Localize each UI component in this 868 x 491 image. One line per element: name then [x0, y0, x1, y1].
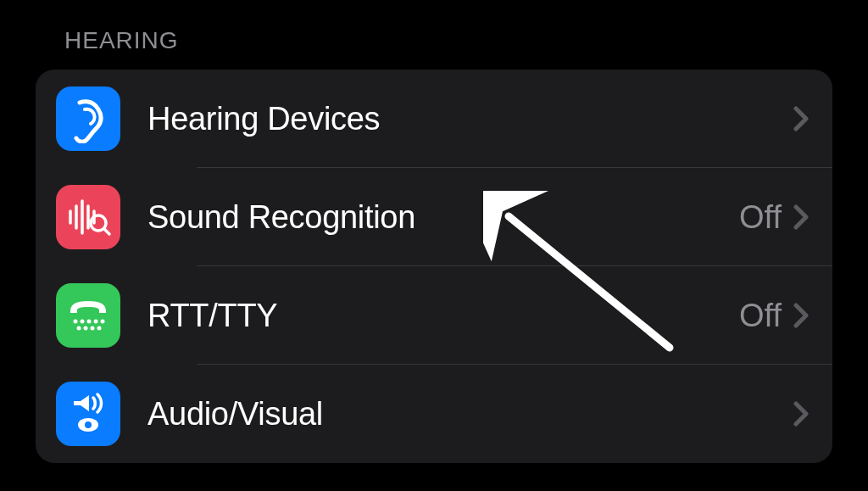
row-label: Audio/Visual [147, 396, 793, 432]
svg-point-7 [74, 320, 78, 324]
chevron-right-icon [793, 401, 809, 427]
row-value: Off [739, 298, 782, 334]
svg-point-9 [87, 320, 92, 324]
audio-visual-icon [56, 382, 120, 446]
row-hearing-devices[interactable]: Hearing Devices [36, 70, 832, 168]
svg-point-10 [94, 320, 98, 324]
row-label: Sound Recognition [147, 199, 739, 236]
svg-line-6 [104, 229, 109, 234]
svg-point-15 [97, 326, 102, 331]
settings-group-hearing: Hearing Devices Sound Recognition Off [36, 70, 832, 463]
svg-point-8 [81, 320, 85, 324]
ear-icon [56, 86, 120, 151]
sound-recognition-icon [56, 185, 120, 249]
row-label: Hearing Devices [147, 101, 793, 137]
row-value: Off [739, 199, 782, 236]
row-label: RTT/TTY [147, 298, 739, 334]
section-header-hearing: HEARING [0, 0, 868, 70]
row-rtt-tty[interactable]: RTT/TTY Off [36, 266, 832, 365]
chevron-right-icon [793, 204, 809, 230]
tty-icon [56, 283, 120, 348]
svg-point-13 [84, 326, 88, 331]
svg-point-12 [77, 326, 81, 331]
chevron-right-icon [793, 303, 809, 328]
svg-point-14 [91, 326, 95, 331]
chevron-right-icon [793, 106, 809, 131]
svg-point-17 [85, 421, 92, 428]
row-sound-recognition[interactable]: Sound Recognition Off [36, 168, 832, 266]
svg-point-11 [101, 320, 105, 324]
row-audio-visual[interactable]: Audio/Visual [36, 365, 832, 463]
